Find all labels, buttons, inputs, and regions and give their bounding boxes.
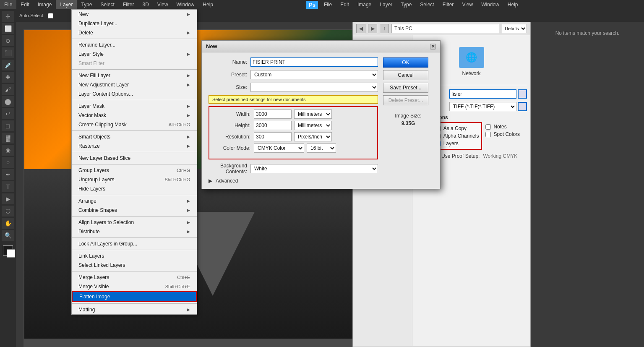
- menu-item-layer-content[interactable]: Layer Content Options...: [72, 89, 197, 99]
- menu-item-rename[interactable]: Rename Layer...: [72, 40, 197, 50]
- menu-window[interactable]: Window: [172, 0, 199, 9]
- tool-dodge[interactable]: ○: [2, 157, 14, 168]
- size-select[interactable]: [250, 83, 378, 92]
- ok-button[interactable]: OK: [383, 57, 428, 68]
- dialog-close-button[interactable]: ✕: [430, 44, 436, 50]
- menu-item-arrange[interactable]: Arrange ▶: [72, 196, 197, 206]
- menu-item-merge-visible[interactable]: Merge Visible Shift+Ctrl+E: [72, 282, 197, 291]
- menu-item-hide-layers[interactable]: Hide Layers: [72, 184, 197, 193]
- menu-item-distribute[interactable]: Distribute ▶: [72, 227, 197, 236]
- menu-item-smart-objects[interactable]: Smart Objects ▶: [72, 132, 197, 141]
- menu-item-link-layers[interactable]: Link Layers: [72, 251, 197, 261]
- auto-select-checkbox[interactable]: [48, 13, 53, 18]
- tool-blur[interactable]: ◉: [2, 145, 14, 156]
- menu-item-align-layers[interactable]: Align Layers to Selection ▶: [72, 218, 197, 227]
- menu-item-new-adj[interactable]: New Adjustment Layer ▶: [72, 80, 197, 89]
- menu-item-combine-shapes[interactable]: Combine Shapes ▶: [72, 206, 197, 215]
- menu-filter[interactable]: Filter: [119, 0, 138, 9]
- menu-item-lock-all[interactable]: Lock All Layers in Group...: [72, 239, 197, 248]
- menu-item-new-fill[interactable]: New Fill Layer ▶: [72, 71, 197, 80]
- color-bit-select[interactable]: 16 bit: [307, 143, 336, 153]
- tool-path-select[interactable]: ▶: [2, 193, 14, 204]
- width-unit-select[interactable]: Millimeters: [294, 110, 332, 119]
- height-input[interactable]: [254, 121, 292, 130]
- tool-lasso[interactable]: ⊙: [2, 35, 14, 46]
- tool-history[interactable]: ↩: [2, 108, 14, 119]
- tool-crop[interactable]: ⬛: [2, 47, 14, 58]
- menu2-layer[interactable]: Layer: [375, 2, 396, 8]
- menu-item-layer-style[interactable]: Layer Style ▶: [72, 50, 197, 59]
- network-icon[interactable]: 🌐: [459, 47, 484, 68]
- tool-hand[interactable]: ✋: [2, 218, 14, 229]
- tool-pen[interactable]: ✒: [2, 169, 14, 180]
- menu-item-group-layers[interactable]: Group Layers Ctrl+G: [72, 166, 197, 175]
- menu-item-duplicate[interactable]: Duplicate Layer...: [72, 19, 197, 28]
- nav-up[interactable]: ↑: [380, 24, 389, 33]
- save-preset-button[interactable]: Save Preset...: [383, 83, 428, 93]
- spot-colors-checkbox[interactable]: [485, 132, 491, 137]
- menu-item-flatten-image[interactable]: Flatten Image: [72, 291, 197, 302]
- menu-item-ungroup-layers[interactable]: Ungroup Layers Shift+Ctrl+G: [72, 175, 197, 184]
- format-select[interactable]: TIFF (*.TIF;*.TIFF): [449, 102, 516, 111]
- menu-item-new-layer-slice[interactable]: New Layer Based Slice: [72, 154, 197, 163]
- width-input[interactable]: [254, 110, 292, 119]
- menu-item-merge-layers[interactable]: Merge Layers Ctrl+E: [72, 273, 197, 282]
- foreground-color[interactable]: [3, 245, 13, 256]
- menu2-filter[interactable]: Filter: [438, 2, 458, 8]
- file-name-input[interactable]: [449, 89, 516, 99]
- menu-item-select-linked[interactable]: Select Linked Layers: [72, 261, 197, 270]
- menu-layer[interactable]: Layer: [56, 0, 77, 9]
- menu2-select[interactable]: Select: [416, 2, 438, 8]
- menu-file[interactable]: File: [0, 0, 16, 9]
- menu-type[interactable]: Type: [77, 0, 96, 9]
- menu-image[interactable]: Image: [34, 0, 56, 9]
- menu2-image[interactable]: Image: [353, 2, 375, 8]
- delete-preset-button[interactable]: Delete Preset...: [383, 95, 428, 105]
- nav-forward[interactable]: ▶: [368, 24, 377, 33]
- height-unit-select[interactable]: Millimeters: [294, 121, 332, 130]
- resolution-input[interactable]: [254, 132, 292, 141]
- background-select[interactable]: White: [250, 164, 378, 173]
- menu2-help[interactable]: Help: [503, 2, 522, 8]
- menu-item-clipping-mask[interactable]: Create Clipping Mask Alt+Ctrl+G: [72, 120, 197, 129]
- tool-shape[interactable]: ⬡: [2, 206, 14, 217]
- cancel-button[interactable]: Cancel: [383, 70, 428, 80]
- menu-view[interactable]: View: [153, 0, 172, 9]
- menu-select[interactable]: Select: [96, 0, 118, 9]
- tool-heal[interactable]: ✚: [2, 72, 14, 83]
- menu-3d[interactable]: 3D: [138, 0, 153, 9]
- menu2-file[interactable]: File: [320, 2, 336, 8]
- file-name-expand[interactable]: [518, 89, 527, 99]
- color-mode-select[interactable]: CMYK Color: [254, 143, 304, 153]
- tool-gradient[interactable]: ▓: [2, 133, 14, 143]
- menu-item-rasterize[interactable]: Rasterize ▶: [72, 141, 197, 151]
- tool-move[interactable]: ✛: [2, 11, 14, 22]
- tool-brush[interactable]: 🖌: [2, 84, 14, 95]
- name-input[interactable]: [250, 57, 378, 67]
- tool-clone[interactable]: ⬤: [2, 96, 14, 107]
- menu-help[interactable]: Help: [198, 0, 217, 9]
- menu-item-layer-mask[interactable]: Layer Mask ▶: [72, 102, 197, 111]
- menu-item-new[interactable]: New ▶: [72, 10, 197, 19]
- menu-item-matting[interactable]: Matting ▶: [72, 305, 197, 314]
- menu-item-delete[interactable]: Delete ▶: [72, 28, 197, 37]
- menu-edit[interactable]: Edit: [16, 0, 34, 9]
- menu2-type[interactable]: Type: [396, 2, 416, 8]
- advanced-row[interactable]: ▶ Advanced: [209, 178, 378, 184]
- nav-back[interactable]: ◀: [356, 24, 365, 33]
- format-expand[interactable]: [518, 102, 527, 111]
- notes-checkbox[interactable]: [485, 124, 491, 130]
- view-dropdown[interactable]: Details: [502, 24, 527, 33]
- tool-zoom[interactable]: 🔍: [2, 230, 14, 241]
- tool-select-rect[interactable]: ⬜: [2, 23, 14, 34]
- preset-select[interactable]: Custom: [250, 70, 378, 79]
- menu2-edit[interactable]: Edit: [336, 2, 353, 8]
- tool-eyedropper[interactable]: 💉: [2, 60, 14, 70]
- tool-text[interactable]: T: [2, 181, 14, 192]
- resolution-unit-select[interactable]: Pixels/Inch: [294, 132, 332, 141]
- menu2-window[interactable]: Window: [477, 2, 503, 8]
- separator-10: [72, 250, 197, 250]
- tool-eraser[interactable]: ◻: [2, 120, 14, 131]
- menu-item-vector-mask[interactable]: Vector Mask ▶: [72, 111, 197, 120]
- menu2-view[interactable]: View: [458, 2, 477, 8]
